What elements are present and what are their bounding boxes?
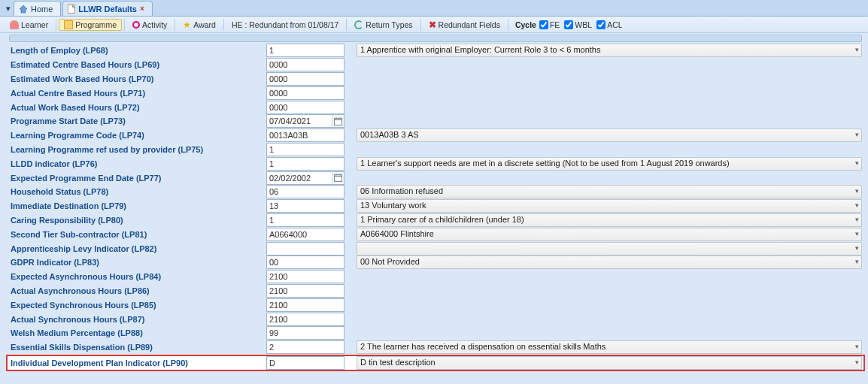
field-description-wrapper: 0013A03B 3 AS▾ <box>357 129 862 142</box>
field-input[interactable] <box>266 270 344 283</box>
field-label: Expected Asynchronous Hours (LP84) <box>9 272 266 281</box>
dropdown-display[interactable]: 2 The learner has received a dispensatio… <box>357 340 862 354</box>
form-row: Actual Centre Based Hours (LP71) <box>9 86 862 100</box>
chevron-down-icon[interactable]: ▾ <box>855 358 859 366</box>
field-description-wrapper: 1 Apprentice with original Employer: Cur… <box>357 44 862 57</box>
dropdown-display[interactable]: 1 Apprentice with original Employer: Cur… <box>357 44 862 57</box>
award-button[interactable]: ★Award <box>178 19 221 31</box>
field-input[interactable] <box>266 72 344 86</box>
field-wrapper <box>266 255 344 269</box>
form-row: Learning Programme ref used by provider … <box>9 143 862 157</box>
cycle-fe-checkbox[interactable]: FE <box>539 20 560 29</box>
chevron-down-icon[interactable]: ▾ <box>855 230 859 237</box>
dropdown-display[interactable]: 1 Learner's support needs are met in a d… <box>357 157 862 171</box>
dropdown-display[interactable]: 0013A03B 3 AS▾ <box>357 129 862 142</box>
field-input[interactable] <box>266 199 344 213</box>
chevron-down-icon[interactable]: ▾ <box>855 46 859 53</box>
chevron-down-icon[interactable]: ▾ <box>855 244 859 252</box>
chevron-down-icon[interactable]: ▾ <box>855 216 859 223</box>
field-input[interactable] <box>266 143 344 156</box>
field-input[interactable] <box>266 284 344 298</box>
dropdown-text: 00 Not Provided <box>360 257 420 266</box>
form-row: Expected Synchronous Hours (LP85) <box>9 298 862 312</box>
field-description-wrapper: 00 Not Provided▾ <box>357 255 862 269</box>
field-description-wrapper: 2 The learner has received a dispensatio… <box>357 340 862 354</box>
separator <box>346 19 347 31</box>
field-wrapper <box>266 44 344 57</box>
dropdown-text: 2 The learner has received a dispensatio… <box>360 342 605 351</box>
form-row: Actual Synchronous Hours (LP87) <box>9 312 862 326</box>
separator <box>56 19 56 31</box>
dropdown-text: A0664000 Flintshire <box>360 229 434 238</box>
form-row: Individual Development Plan Indicator (L… <box>6 355 865 371</box>
field-input[interactable] <box>266 242 344 255</box>
field-input[interactable] <box>266 44 344 57</box>
field-input[interactable] <box>266 255 344 269</box>
chevron-down-icon[interactable]: ▾ <box>855 201 859 209</box>
field-input[interactable] <box>266 157 344 171</box>
field-input[interactable] <box>266 213 344 227</box>
return-icon <box>354 20 363 29</box>
field-input[interactable] <box>266 340 344 354</box>
chevron-down-icon[interactable]: ▾ <box>855 131 859 138</box>
field-input[interactable] <box>266 298 344 312</box>
field-label: Learning Programme ref used by provider … <box>9 145 266 154</box>
dropdown-display[interactable]: 13 Voluntary work▾ <box>357 199 862 213</box>
chevron-down-icon[interactable]: ▾ <box>855 343 859 350</box>
tab-home[interactable]: Home <box>14 1 61 16</box>
separator <box>175 19 175 31</box>
dropdown-display[interactable]: 1 Primary carer of a child/children (und… <box>357 213 862 227</box>
field-input[interactable] <box>266 356 344 370</box>
activity-button[interactable]: Activity <box>127 19 172 31</box>
field-wrapper <box>266 101 344 114</box>
he-button[interactable]: HE : Redundant from 01/08/17 <box>226 19 344 31</box>
dropdown-display[interactable]: ▾ <box>357 242 862 255</box>
field-wrapper <box>266 171 344 185</box>
dropdown-display[interactable]: D tin test description▾ <box>357 356 862 370</box>
dropdown-text: 0013A03B 3 AS <box>360 130 419 139</box>
dropdown-text: 1 Primary carer of a child/children (und… <box>360 215 524 224</box>
x-icon: ✖ <box>429 20 436 29</box>
scrollbar-top[interactable] <box>9 35 862 42</box>
field-input[interactable] <box>266 313 344 326</box>
field-description-wrapper: A0664000 Flintshire▾ <box>357 228 862 241</box>
field-wrapper <box>266 228 344 241</box>
cycle-wbl-checkbox[interactable]: WBL <box>564 20 592 29</box>
field-description-wrapper: 06 Information refused▾ <box>357 185 862 198</box>
close-icon[interactable]: × <box>140 5 144 13</box>
calendar-icon[interactable] <box>332 115 344 127</box>
tab-llwr-label: LLWR Defaults <box>78 5 137 14</box>
dropdown-display[interactable]: 06 Information refused▾ <box>357 185 862 198</box>
field-input[interactable] <box>266 228 344 241</box>
field-label: Estimated Work Based Hours (LP70) <box>9 74 266 83</box>
field-input[interactable] <box>266 185 344 198</box>
field-label: Actual Synchronous Hours (LP87) <box>9 315 266 324</box>
field-input[interactable] <box>266 58 344 71</box>
field-description-wrapper: ▾ <box>357 242 862 255</box>
learner-button[interactable]: Learner <box>5 19 53 31</box>
dropdown-text: 1 Apprentice with original Employer: Cur… <box>360 45 600 54</box>
field-input[interactable] <box>266 326 344 340</box>
field-wrapper <box>266 242 344 255</box>
field-label: Immediate Destination (LP79) <box>9 201 266 210</box>
field-label: Welsh Medium Percentage (LP88) <box>9 328 266 337</box>
form-area: Length of Employ (LP68)1 Apprentice with… <box>0 33 868 384</box>
chevron-down-icon[interactable]: ▾ <box>855 258 859 265</box>
form-row: Estimated Work Based Hours (LP70) <box>9 72 862 86</box>
field-input[interactable] <box>266 101 344 114</box>
field-input[interactable] <box>266 86 344 100</box>
field-input[interactable] <box>266 129 344 142</box>
cycle-acl-checkbox[interactable]: ACL <box>596 20 622 29</box>
return-types-button[interactable]: Return Types <box>349 19 417 31</box>
tab-llwr-defaults[interactable]: LLWR Defaults × <box>62 1 152 16</box>
chevron-down-icon[interactable]: ▾ <box>855 159 859 167</box>
cycle-label: Cycle <box>515 20 536 29</box>
redundant-fields-button[interactable]: ✖Redundant Fields <box>423 19 505 31</box>
dropdown-display[interactable]: A0664000 Flintshire▾ <box>357 228 862 241</box>
tab-list-dropdown[interactable]: ▾ <box>3 1 14 16</box>
programme-button[interactable]: Programme <box>59 19 122 31</box>
calendar-icon[interactable] <box>332 172 344 184</box>
chevron-down-icon[interactable]: ▾ <box>855 187 859 195</box>
dropdown-display[interactable]: 00 Not Provided▾ <box>357 255 862 269</box>
field-label: Expected Programme End Date (LP77) <box>9 174 266 183</box>
